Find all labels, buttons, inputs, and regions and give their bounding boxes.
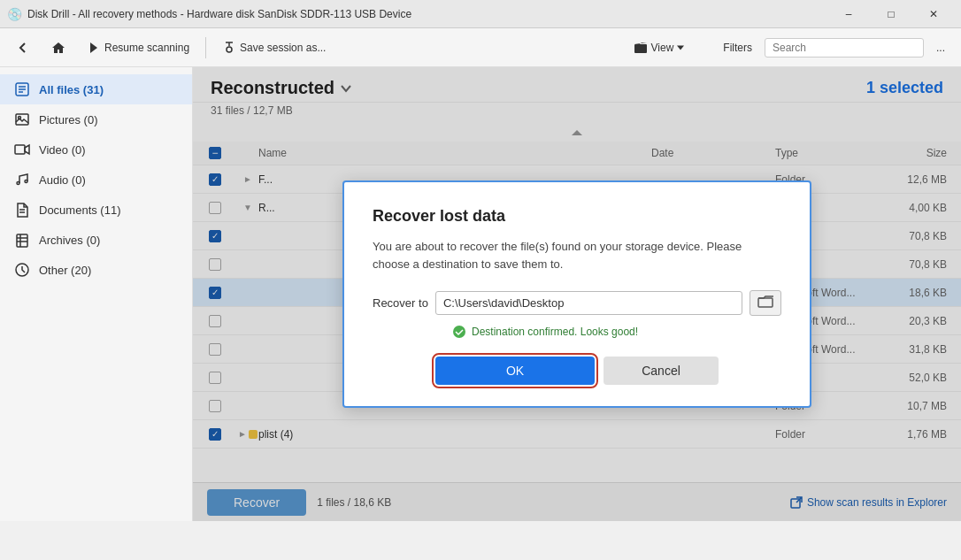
recover-to-input[interactable] [435,291,742,315]
check-circle-icon [452,325,466,339]
svg-rect-14 [17,234,27,247]
sidebar-item-archives[interactable]: Archives (0) [0,225,192,255]
toolbar: Resume scanning Save session as... View … [0,28,961,67]
documents-icon [14,202,30,218]
audio-icon [14,172,30,188]
back-icon [16,41,30,55]
resume-button[interactable]: Resume scanning [78,37,198,58]
save-icon [222,41,236,55]
svg-point-20 [453,326,465,338]
main-layout: All files (31) Pictures (0) Video (0) Au… [0,67,961,521]
back-button[interactable] [7,37,39,58]
video-icon [14,142,30,157]
dialog-actions: OK Cancel [373,357,781,385]
app-icon: 💿 [7,7,22,21]
home-icon [51,41,65,55]
sidebar-label-pictures: Pictures (0) [39,113,97,127]
close-button[interactable]: ✕ [913,0,954,28]
content-area: Reconstructed 1 selected 31 files / 12,7… [193,67,961,521]
svg-rect-19 [758,298,773,307]
dialog-status: Destination confirmed. Looks good! [452,325,781,339]
titlebar-left: 💿 Disk Drill - All recovery methods - Ha… [7,7,411,21]
recover-to-label: Recover to [373,296,428,310]
folder-browse-icon [757,295,773,308]
svg-rect-2 [634,44,647,53]
view-button[interactable]: View [625,37,694,58]
other-icon [14,262,30,278]
sidebar-label-all-files: All files (31) [39,83,104,96]
titlebar: 💿 Disk Drill - All recovery methods - Ha… [0,0,961,28]
sidebar: All files (31) Pictures (0) Video (0) Au… [0,67,193,521]
sidebar-item-other[interactable]: Other (20) [0,255,192,285]
filters-button[interactable]: Filters [696,37,761,58]
maximize-button[interactable]: □ [871,0,911,28]
folder-icon [634,41,648,55]
minimize-button[interactable]: – [828,0,869,28]
save-session-button[interactable]: Save session as... [213,37,334,58]
dialog-description: You are about to recover the file(s) fou… [373,238,781,272]
more-button[interactable]: ... [927,38,954,58]
cancel-button[interactable]: Cancel [604,357,719,385]
status-text: Destination confirmed. Looks good! [472,326,638,338]
dialog-overlay: Recover lost data You are about to recov… [193,67,961,521]
sidebar-label-video: Video (0) [39,143,86,157]
search-input[interactable] [773,42,916,54]
browse-button[interactable] [750,290,781,316]
sidebar-label-audio: Audio (0) [39,173,86,187]
home-button[interactable] [42,37,74,58]
titlebar-title: Disk Drill - All recovery methods - Hard… [27,8,411,20]
dialog-title: Recover lost data [373,207,781,226]
sidebar-label-other: Other (20) [39,264,91,277]
sidebar-item-video[interactable]: Video (0) [0,134,192,165]
play-icon [87,41,101,55]
pictures-icon [14,111,30,127]
svg-marker-0 [90,42,97,53]
sidebar-label-archives: Archives (0) [39,234,100,247]
svg-point-11 [25,180,27,183]
svg-point-10 [17,182,19,185]
sidebar-item-all-files[interactable]: All files (31) [0,74,192,104]
titlebar-controls: – □ ✕ [828,0,954,28]
recover-dialog: Recover lost data You are about to recov… [342,180,811,408]
chevron-down-icon [677,44,684,51]
svg-point-1 [227,47,232,52]
archives-icon [14,232,30,248]
sidebar-item-documents[interactable]: Documents (11) [0,195,192,225]
sidebar-label-documents: Documents (11) [39,203,120,217]
toolbar-separator [205,37,206,58]
sidebar-item-audio[interactable]: Audio (0) [0,165,192,195]
search-box[interactable] [765,38,924,58]
sidebar-item-pictures[interactable]: Pictures (0) [0,104,192,134]
filters-icon [705,41,719,55]
svg-rect-9 [15,145,25,154]
all-files-icon [14,81,30,97]
recover-to-row: Recover to [373,290,781,316]
ok-button[interactable]: OK [435,357,595,385]
